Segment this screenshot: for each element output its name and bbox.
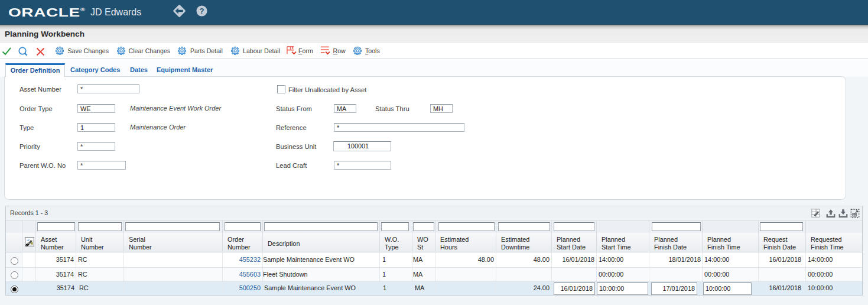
svg-text:?: ? bbox=[199, 7, 204, 15]
